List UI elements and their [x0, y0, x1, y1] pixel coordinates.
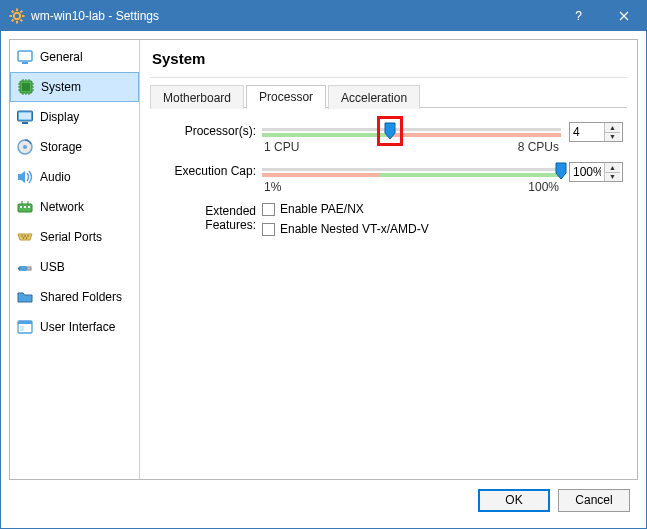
usb-icon — [16, 258, 34, 276]
sidebar-item-label: Audio — [40, 170, 71, 184]
processor-label: Processor(s): — [154, 122, 262, 138]
audio-icon — [16, 168, 34, 186]
button-label: Cancel — [575, 493, 612, 507]
tab-label: Processor — [259, 90, 313, 104]
sidebar-item-display[interactable]: Display — [10, 102, 139, 132]
processor-row: Processor(s): — [154, 122, 623, 154]
svg-point-36 — [21, 235, 23, 237]
gear-icon — [9, 8, 25, 24]
window-title: wm-win10-lab - Settings — [31, 9, 556, 23]
svg-point-37 — [24, 235, 26, 237]
ok-button[interactable]: OK — [478, 489, 550, 512]
execcap-slider-wrap: 1% 100% — [262, 162, 561, 194]
sidebar-item-system[interactable]: System — [10, 72, 139, 102]
spin-arrows[interactable]: ▲▼ — [604, 163, 620, 181]
pae-option[interactable]: Enable PAE/NX — [262, 202, 623, 216]
svg-line-7 — [21, 11, 23, 13]
button-label: OK — [505, 493, 522, 507]
svg-rect-31 — [20, 206, 22, 208]
processor-slider[interactable] — [262, 122, 561, 140]
chevron-up-icon[interactable]: ▲ — [605, 123, 620, 133]
ext-row: Extended Features: Enable PAE/NX Enable … — [154, 202, 623, 242]
folder-icon — [16, 288, 34, 306]
sidebar-item-network[interactable]: Network — [10, 192, 139, 222]
pae-label: Enable PAE/NX — [280, 202, 364, 216]
sidebar-item-usb[interactable]: USB — [10, 252, 139, 282]
sidebar-item-audio[interactable]: Audio — [10, 162, 139, 192]
chevron-up-icon[interactable]: ▲ — [605, 163, 620, 173]
close-button[interactable] — [601, 1, 646, 31]
sidebar-item-storage[interactable]: Storage — [10, 132, 139, 162]
panel: General System Display Storage Audio — [9, 39, 638, 480]
sidebar-item-general[interactable]: General — [10, 42, 139, 72]
svg-rect-43 — [18, 268, 20, 270]
ext-label: Extended Features: — [154, 202, 262, 232]
sidebar-item-ui[interactable]: User Interface — [10, 312, 139, 342]
slider-thumb-icon[interactable] — [555, 162, 567, 180]
svg-rect-26 — [19, 113, 31, 120]
nested-label: Enable Nested VT-x/AMD-V — [280, 222, 429, 236]
main-area: System Motherboard Processor Acceleratio… — [140, 40, 637, 479]
svg-line-6 — [21, 20, 23, 22]
sidebar-item-shared[interactable]: Shared Folders — [10, 282, 139, 312]
tab-label: Motherboard — [163, 91, 231, 105]
sidebar-item-label: Serial Ports — [40, 230, 102, 244]
system-icon — [17, 78, 35, 96]
tick-min: 1% — [264, 180, 281, 194]
svg-point-39 — [23, 237, 25, 239]
svg-rect-41 — [19, 266, 27, 271]
svg-line-5 — [12, 11, 14, 13]
help-button[interactable]: ? — [556, 1, 601, 31]
tick-max: 8 CPUs — [518, 140, 559, 154]
display-icon — [16, 108, 34, 126]
tab-processor[interactable]: Processor — [246, 85, 326, 109]
svg-rect-12 — [22, 83, 30, 91]
execcap-slider[interactable] — [262, 162, 561, 180]
sidebar: General System Display Storage Audio — [10, 40, 140, 479]
processor-spin[interactable]: ▲▼ — [569, 122, 623, 142]
chevron-down-icon[interactable]: ▼ — [605, 133, 620, 142]
serial-icon — [16, 228, 34, 246]
tick-max: 100% — [528, 180, 559, 194]
tab-acceleration[interactable]: Acceleration — [328, 85, 420, 109]
tick-min: 1 CPU — [264, 140, 299, 154]
tab-motherboard[interactable]: Motherboard — [150, 85, 244, 109]
divider — [150, 77, 627, 78]
storage-icon — [16, 138, 34, 156]
page-title: System — [152, 50, 625, 67]
svg-rect-33 — [28, 206, 30, 208]
processor-slider-wrap: 1 CPU 8 CPUs — [262, 122, 561, 154]
processor-spin-input[interactable] — [570, 123, 604, 141]
sidebar-item-label: Display — [40, 110, 79, 124]
checkbox-icon[interactable] — [262, 223, 275, 236]
execcap-spin-input[interactable] — [570, 163, 604, 181]
sidebar-item-label: USB — [40, 260, 65, 274]
network-icon — [16, 198, 34, 216]
execcap-ticks: 1% 100% — [262, 180, 561, 194]
content: General System Display Storage Audio — [1, 31, 646, 528]
sidebar-item-label: Shared Folders — [40, 290, 122, 304]
svg-point-29 — [23, 145, 27, 149]
general-icon — [16, 48, 34, 66]
spin-arrows[interactable]: ▲▼ — [604, 123, 620, 141]
chevron-down-icon[interactable]: ▼ — [605, 173, 620, 182]
titlebar: wm-win10-lab - Settings ? — [1, 1, 646, 31]
checkbox-icon[interactable] — [262, 203, 275, 216]
sidebar-item-serial[interactable]: Serial Ports — [10, 222, 139, 252]
svg-rect-10 — [22, 62, 28, 64]
footer: OK Cancel — [9, 480, 638, 520]
svg-rect-46 — [20, 326, 24, 331]
svg-rect-9 — [18, 51, 32, 61]
sidebar-item-label: User Interface — [40, 320, 115, 334]
execcap-label: Execution Cap: — [154, 162, 262, 178]
slider-thumb-icon[interactable] — [384, 122, 396, 140]
ext-options: Enable PAE/NX Enable Nested VT-x/AMD-V — [262, 202, 623, 242]
svg-point-40 — [26, 237, 28, 239]
svg-point-0 — [14, 13, 20, 19]
execcap-spin[interactable]: ▲▼ — [569, 162, 623, 182]
svg-point-38 — [27, 235, 29, 237]
svg-rect-27 — [22, 122, 28, 124]
nested-option[interactable]: Enable Nested VT-x/AMD-V — [262, 222, 623, 236]
cancel-button[interactable]: Cancel — [558, 489, 630, 512]
settings-window: wm-win10-lab - Settings ? General System… — [0, 0, 647, 529]
